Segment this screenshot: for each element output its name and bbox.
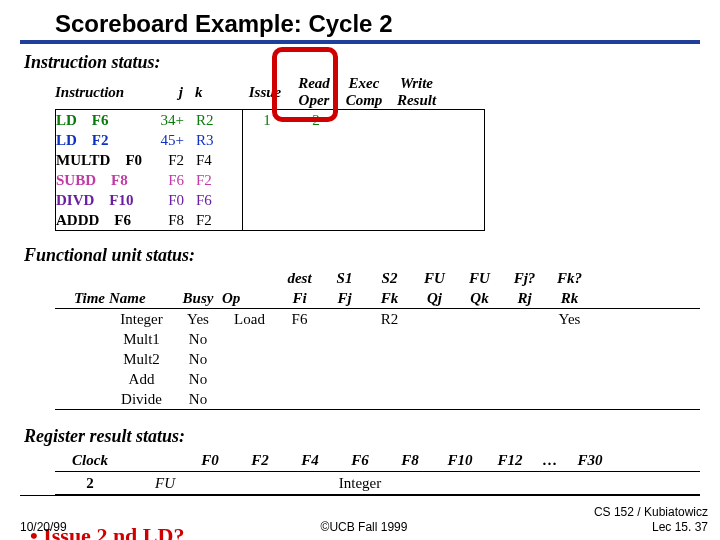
reg-col-F8: F8 bbox=[385, 452, 435, 469]
reg-col-F30: F30 bbox=[565, 452, 615, 469]
col-exec: Exec Comp bbox=[339, 75, 389, 109]
fu-row: Mult2No bbox=[55, 349, 700, 369]
col-qj: Qj bbox=[412, 290, 457, 307]
col-fu1: FU bbox=[412, 270, 457, 287]
reg-col-F10: F10 bbox=[435, 452, 485, 469]
fu-body: IntegerYesLoadF6R2YesMult1NoMult2NoAddNo… bbox=[55, 308, 700, 410]
col-fjq: Fj? bbox=[502, 270, 547, 287]
reg-col-F12: F12 bbox=[485, 452, 535, 469]
col-op: Op bbox=[222, 290, 277, 307]
col-read: Read Oper bbox=[289, 75, 339, 109]
col-instruction: Instruction bbox=[55, 84, 145, 101]
reg-col-F4: F4 bbox=[285, 452, 335, 469]
instruction-status-heading: Instruction status: bbox=[24, 52, 700, 73]
footer: 10/20/99 ©UCB Fall 1999 CS 152 / Kubiato… bbox=[20, 505, 708, 534]
footer-course: CS 152 / Kubiatowicz bbox=[594, 505, 708, 519]
rr-header: Clock F0F2F4F6F8F10F12…F30 bbox=[55, 449, 700, 471]
fu-row: Mult1No bbox=[55, 329, 700, 349]
fu-header-bot: Time Name Busy Op Fi Fj Fk Qj Qk Rj Rk bbox=[55, 288, 700, 308]
instruction-status-table: Instruction j k Issue Read Oper Exec Com… bbox=[55, 75, 485, 231]
col-fu2: FU bbox=[457, 270, 502, 287]
register-status-heading: Register result status: bbox=[24, 426, 700, 447]
clock-value: 2 bbox=[55, 475, 125, 492]
instr-row: SUBD F8F6F2 bbox=[56, 170, 484, 190]
fu-row: DivideNo bbox=[55, 389, 700, 409]
clock-label: Clock bbox=[55, 452, 125, 469]
col-j: j bbox=[145, 84, 189, 101]
col-time: Time bbox=[55, 290, 109, 307]
footer-rule bbox=[20, 495, 700, 496]
instr-row: LD F634+R212 bbox=[56, 110, 484, 130]
col-rk: Rk bbox=[547, 290, 592, 307]
register-status-table: Clock F0F2F4F6F8F10F12…F30 2 FU Integer bbox=[55, 449, 700, 495]
col-issue: Issue bbox=[241, 84, 289, 101]
col-name: Name bbox=[109, 290, 174, 307]
col-write: Write Result bbox=[389, 75, 444, 109]
instr-row: LD F245+R3 bbox=[56, 130, 484, 150]
footer-center: ©UCB Fall 1999 bbox=[20, 520, 708, 534]
col-fi: Fi bbox=[277, 290, 322, 307]
col-busy: Busy bbox=[174, 290, 222, 307]
fu-status-table: dest S1 S2 FU FU Fj? Fk? Time Name Busy … bbox=[55, 268, 700, 410]
fu-label: FU bbox=[125, 475, 185, 492]
fu-header-top: dest S1 S2 FU FU Fj? Fk? bbox=[55, 268, 700, 288]
reg-col-F6: F6 bbox=[335, 452, 385, 469]
col-dest: dest bbox=[277, 270, 322, 287]
col-fk: Fk bbox=[367, 290, 412, 307]
col-rj: Rj bbox=[502, 290, 547, 307]
col-s1: S1 bbox=[322, 270, 367, 287]
rr-row: 2 FU Integer bbox=[55, 471, 700, 495]
col-k: k bbox=[189, 84, 241, 101]
reg-val-F6: Integer bbox=[335, 475, 385, 492]
instr-body: LD F634+R212LD F245+R3MULTD F0F2F4SUBD F… bbox=[55, 109, 485, 231]
col-fj: Fj bbox=[322, 290, 367, 307]
col-qk: Qk bbox=[457, 290, 502, 307]
reg-col-F2: F2 bbox=[235, 452, 285, 469]
slide: Scoreboard Example: Cycle 2 Instruction … bbox=[0, 0, 720, 540]
fu-row: IntegerYesLoadF6R2Yes bbox=[55, 309, 700, 329]
reg-col-…: … bbox=[535, 452, 565, 469]
fu-status-heading: Functional unit status: bbox=[24, 245, 700, 266]
instr-row: DIVD F10F0F6 bbox=[56, 190, 484, 210]
instr-row: ADDD F6F8F2 bbox=[56, 210, 484, 230]
instr-header-row: Instruction j k Issue Read Oper Exec Com… bbox=[55, 75, 485, 109]
reg-col-F0: F0 bbox=[185, 452, 235, 469]
fu-row: AddNo bbox=[55, 369, 700, 389]
slide-title: Scoreboard Example: Cycle 2 bbox=[20, 10, 700, 38]
title-underline bbox=[20, 40, 700, 44]
col-s2: S2 bbox=[367, 270, 412, 287]
instr-row: MULTD F0F2F4 bbox=[56, 150, 484, 170]
col-fkq: Fk? bbox=[547, 270, 592, 287]
